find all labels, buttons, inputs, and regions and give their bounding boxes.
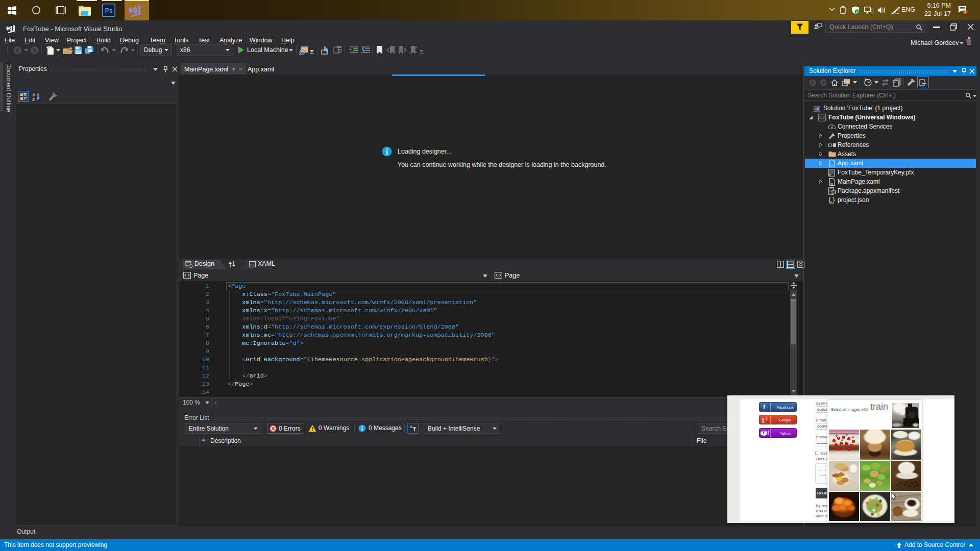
svg-text:<>: <> [250,263,254,267]
svg-text:Z: Z [32,97,35,102]
svg-text:1: 1 [964,9,967,14]
svg-text:Ps: Ps [105,7,113,14]
svg-text:C#: C# [819,115,825,120]
